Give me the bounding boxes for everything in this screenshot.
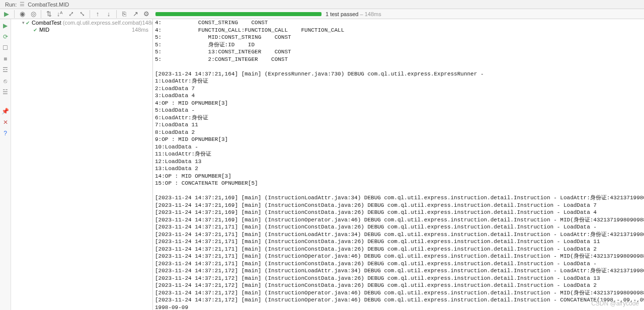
hide-ignored-icon[interactable]: ◎ (29, 10, 38, 19)
separator (41, 10, 41, 18)
stop-icon[interactable]: ■ (1, 54, 10, 63)
tree-class-time: 148ms (142, 20, 153, 26)
toggle-icon[interactable]: ☐ (1, 43, 10, 52)
sort-icon[interactable]: ⇅ (44, 10, 53, 19)
select-icon[interactable]: ☱ (1, 88, 10, 97)
prev-icon[interactable]: ↑ (93, 10, 102, 19)
run-toolbar: ▶ ◉ ◎ ⇅ ↓ᴬ ⤢ ⤡ ↑ ↓ ⎘ ↗ ⚙ 1 test passed –… (0, 9, 644, 19)
tree-class-label: CombatTest (32, 20, 61, 26)
import-icon[interactable]: ⎘ (120, 10, 129, 19)
progress-fill (155, 12, 321, 16)
hide-passed-icon[interactable]: ◉ (18, 10, 27, 19)
exit-icon[interactable]: ⎋ (1, 76, 10, 86)
separator (14, 10, 15, 18)
progress-bar (155, 12, 321, 16)
pin-icon[interactable]: 📌 (1, 107, 10, 116)
chevron-down-icon[interactable]: ▾ (22, 20, 25, 25)
test-tree[interactable]: ▾ ✔ CombatTest (com.ql.util.express.self… (11, 19, 153, 310)
separator (90, 10, 90, 18)
tab-title: CombatTest.MID (25, 1, 72, 8)
gear-icon[interactable]: ⚙ (142, 10, 151, 19)
tree-row-class[interactable]: ▾ ✔ CombatTest (com.ql.util.express.self… (11, 19, 152, 26)
collapse-icon[interactable]: ⤡ (77, 10, 87, 19)
sort-alpha-icon[interactable]: ↓ᴬ (55, 10, 64, 19)
tree-class-pkg: (com.ql.util.express.self.combat) (61, 20, 142, 26)
rerun-failed-icon[interactable]: ⟳ (1, 32, 10, 41)
next-icon[interactable]: ↓ (104, 10, 113, 19)
left-gutter: ▶ ⟳ ☐ ■ ☲ ⎋ ☱ 📌 ✕ ? (0, 19, 11, 310)
tab-tool-label: Run: (2, 1, 20, 8)
run-icon[interactable]: ▶ (2, 10, 11, 19)
expand-icon[interactable]: ⤢ (66, 10, 75, 19)
run-tab-bar: Run: ☰ CombatTest.MID (0, 0, 644, 9)
rerun-icon[interactable]: ▶ (1, 21, 10, 30)
test-progress: 1 test passed – 148ms (155, 11, 642, 17)
separator (116, 10, 117, 18)
tree-method-time: 148ms (132, 27, 150, 33)
ok-icon: ✔ (33, 27, 37, 33)
export-icon[interactable]: ↗ (131, 10, 140, 19)
ok-icon: ✔ (26, 20, 30, 26)
help-icon[interactable]: ? (1, 129, 10, 138)
tab-config-icon: ☰ (20, 1, 25, 8)
close-icon[interactable]: ✕ (1, 118, 10, 127)
tree-method-label: MID (39, 27, 49, 33)
test-pass-count: 1 test passed – 148ms (326, 11, 381, 17)
tree-row-method[interactable]: ✔ MID 148ms (11, 26, 152, 33)
console-output[interactable]: 4: CONST_STRING CONST 4: FUNCTION_CALL:F… (153, 19, 644, 310)
layout-icon[interactable]: ☲ (1, 65, 10, 74)
